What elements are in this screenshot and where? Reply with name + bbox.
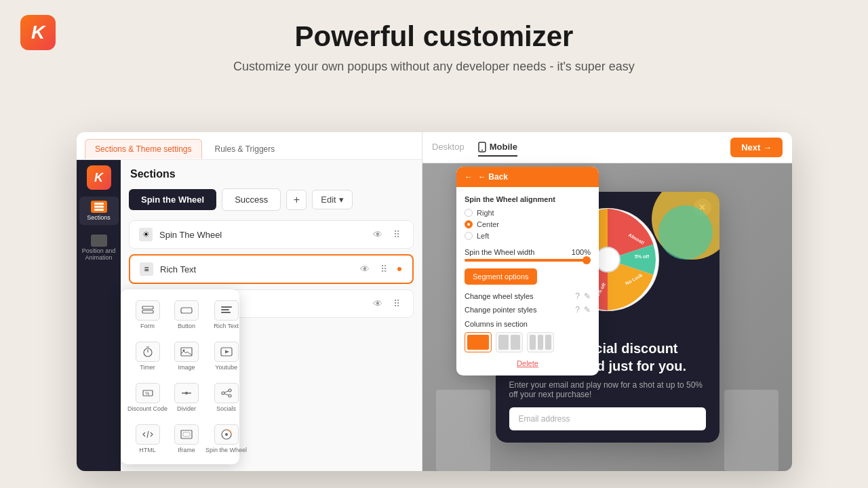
discount-widget-label: Discount Code xyxy=(127,405,167,412)
html-widget-icon xyxy=(136,424,160,445)
timer-widget-icon xyxy=(136,342,160,362)
button-widget-icon xyxy=(174,300,199,321)
editor-panel: Sections & Theme settings Rules & Trigge… xyxy=(77,132,422,471)
widget-button[interactable]: Button xyxy=(173,296,200,333)
eye-icon-3[interactable]: 👁 xyxy=(371,297,384,310)
rich-text-row-icon: ≡ xyxy=(140,262,153,276)
customizer-panel: ← ← Back Spin the Wheel alignment Right xyxy=(456,167,599,375)
svg-rect-25 xyxy=(181,430,192,439)
column-2-option[interactable] xyxy=(496,332,523,352)
section-row-left: ☀ Spin The Wheel xyxy=(139,228,222,241)
iframe-widget-label: Iframe xyxy=(178,447,195,453)
widget-image[interactable]: Image xyxy=(173,338,200,375)
form-widget-label: Form xyxy=(140,323,155,329)
radio-right xyxy=(465,209,473,217)
radio-center xyxy=(465,220,473,228)
sections-heading: Sections xyxy=(129,168,414,180)
svg-rect-2 xyxy=(94,209,104,211)
section-row-rich-text[interactable]: ≡ Rich Text 👁 ⠿ xyxy=(129,254,414,284)
sidebar-item-position[interactable]: Position and Animation xyxy=(79,230,119,266)
page-header: Powerful customizer Customize your own p… xyxy=(0,0,868,87)
widget-rich-text[interactable]: Rich Text xyxy=(204,296,248,333)
widget-spin-wheel[interactable]: Spin the Wheel xyxy=(204,420,248,458)
sections-icon xyxy=(91,201,107,213)
svg-rect-8 xyxy=(221,312,231,313)
width-slider-thumb[interactable] xyxy=(583,256,591,264)
tab-desktop[interactable]: Desktop xyxy=(432,139,465,157)
widget-socials[interactable]: Socials xyxy=(204,379,248,416)
widget-divider[interactable]: Divider xyxy=(173,379,200,416)
alignment-left[interactable]: Left xyxy=(465,232,591,240)
sidebar-sections-label: Sections xyxy=(87,214,111,221)
active-indicator xyxy=(396,266,403,272)
wheel-styles-actions: ? ✎ xyxy=(575,291,591,301)
drag-icon-3[interactable]: ⠿ xyxy=(390,297,403,310)
pointer-help-icon: ? xyxy=(575,305,580,314)
section-buttons: Spin the Wheel Success + Edit ▾ xyxy=(129,188,414,211)
sidebar-item-sections[interactable]: Sections xyxy=(79,197,119,225)
col-bar-3c xyxy=(545,335,551,350)
customizer-body: Spin the Wheel alignment Right Center xyxy=(456,187,599,375)
col-bar-2a xyxy=(498,335,509,350)
svg-point-21 xyxy=(229,389,231,392)
columns-label: Columns in section xyxy=(465,320,591,328)
edit-btn[interactable]: Edit ▾ xyxy=(312,190,352,209)
svg-rect-1 xyxy=(94,206,104,208)
widget-discount[interactable]: % Discount Code xyxy=(126,379,169,416)
tab-rules-triggers[interactable]: Rules & Triggers xyxy=(205,139,285,159)
widgets-grid: Form Button Rich Text xyxy=(126,296,234,458)
preview-panel: Desktop Mobile Next → × xyxy=(422,132,792,471)
preview-header: Desktop Mobile Next → xyxy=(422,132,792,163)
pointer-edit-icon[interactable]: ✎ xyxy=(584,305,591,314)
widget-timer[interactable]: Timer xyxy=(126,338,169,375)
drag-icon-1[interactable]: ⠿ xyxy=(390,228,403,241)
eye-icon-2[interactable]: 👁 xyxy=(358,262,372,276)
svg-marker-15 xyxy=(225,350,229,354)
timer-widget-label: Timer xyxy=(140,364,155,371)
success-tab-btn[interactable]: Success xyxy=(222,188,281,211)
change-wheel-styles[interactable]: Change wheel styles ? ✎ xyxy=(465,291,591,301)
spin-wheel-row-name: Spin The Wheel xyxy=(159,230,222,240)
drag-icon-2[interactable]: ⠿ xyxy=(377,262,391,276)
youtube-widget-label: Youtube xyxy=(215,364,237,371)
image-widget-icon xyxy=(174,342,199,362)
section-row-actions: 👁 ⠿ xyxy=(371,228,403,241)
iframe-widget-icon xyxy=(174,424,199,445)
customizer-back-btn[interactable]: ← ← Back xyxy=(456,167,599,187)
column-1-option[interactable] xyxy=(465,332,492,352)
widget-youtube[interactable]: Youtube xyxy=(204,338,248,375)
pointer-styles-actions: ? ✎ xyxy=(575,305,591,314)
wheel-edit-icon[interactable]: ✎ xyxy=(584,291,591,301)
alignment-right[interactable]: Right xyxy=(465,209,591,217)
col-bar-3b xyxy=(538,335,544,350)
add-section-type-btn[interactable]: + xyxy=(286,190,307,210)
preview-tabs: Desktop Mobile xyxy=(432,139,517,157)
spin-wheel-tab-btn[interactable]: Spin the Wheel xyxy=(129,189,216,210)
radio-left xyxy=(465,232,473,240)
widget-iframe[interactable]: Iframe xyxy=(173,420,200,458)
eye-icon-1[interactable]: 👁 xyxy=(371,228,384,241)
page-title: Powerful customizer xyxy=(0,20,868,53)
widget-form[interactable]: Form xyxy=(126,296,169,333)
tab-sections-theme[interactable]: Sections & Theme settings xyxy=(85,139,202,159)
change-pointer-styles[interactable]: Change pointer styles ? ✎ xyxy=(465,305,591,314)
screenshot-container: Sections & Theme settings Rules & Trigge… xyxy=(77,132,792,471)
tab-mobile[interactable]: Mobile xyxy=(478,139,517,157)
segment-options-btn[interactable]: Segment options xyxy=(465,268,537,285)
form-widget-icon xyxy=(136,300,160,321)
widget-html[interactable]: HTML xyxy=(126,420,169,458)
column-3-option[interactable] xyxy=(527,332,554,352)
app-logo: K xyxy=(20,15,56,50)
divider-widget-label: Divider xyxy=(177,405,196,412)
wheel-help-icon: ? xyxy=(575,291,580,301)
popup-email-input[interactable]: Email address xyxy=(509,407,706,430)
section-row-spin-wheel[interactable]: ☀ Spin The Wheel 👁 ⠿ xyxy=(129,220,414,249)
html-widget-label: HTML xyxy=(139,447,156,453)
columns-section: Columns in section xyxy=(465,320,591,352)
spin-wheel-row-icon: ☀ xyxy=(139,228,153,241)
next-button[interactable]: Next → xyxy=(730,138,783,157)
svg-rect-6 xyxy=(221,306,232,308)
alignment-center[interactable]: Center xyxy=(465,220,591,228)
image-widget-label: Image xyxy=(178,364,195,371)
delete-link[interactable]: Delete xyxy=(465,359,591,367)
